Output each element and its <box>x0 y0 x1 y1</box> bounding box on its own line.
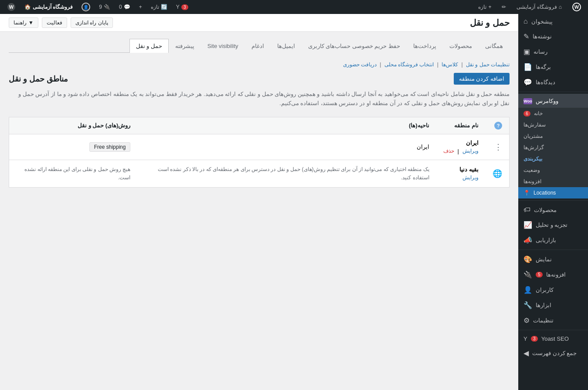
shipping-method-badge: Free shipping <box>89 142 131 152</box>
help-icon[interactable]: ? <box>494 122 502 130</box>
sidebar-label-woo-home: خانه <box>534 110 543 116</box>
remaining-zone-edit-link[interactable]: ویرایش <box>462 174 479 181</box>
table-body: ⋮ ایران ویرایش | حذف ایران <box>9 134 510 187</box>
zone-delete-link[interactable]: حذف <box>443 148 454 154</box>
guide-button[interactable]: ▼ راهنما <box>9 17 38 28</box>
settings-icon: ⚙ <box>523 316 530 325</box>
products-icon: 🏷 <box>523 206 530 214</box>
sidebar-subitem-reports[interactable]: گزارش‌ها <box>518 142 588 153</box>
tab-general[interactable]: همگانی <box>479 39 510 53</box>
customize-icon: ✏ <box>502 4 506 10</box>
sidebar-label-tools: ابزارها <box>536 302 551 308</box>
avatar-circle: 👤 <box>82 3 90 11</box>
th-methods: روش(های) حمل و نقل <box>9 117 138 134</box>
adminbar-updates[interactable]: 🔄 تازه <box>147 0 171 14</box>
sidebar-label-posts: نوشته‌ها <box>533 33 552 40</box>
sidebar-label-settings: بیکربندی <box>523 156 542 162</box>
sidebar-item-dashboard[interactable]: پیشخوان ⌂ <box>518 14 588 29</box>
sidebar-item-comments[interactable]: دیدگاه‌ها 💬 <box>518 75 588 90</box>
adminbar-add[interactable]: + <box>136 0 146 14</box>
svg-text:W: W <box>574 4 579 10</box>
breadcrumb-classes[interactable]: کلاس‌ها <box>442 62 458 68</box>
sidebar-subitem-home[interactable]: خانه 6 <box>518 108 588 119</box>
tab-emails[interactable]: ایمیل‌ها <box>271 39 302 53</box>
sidebar-subitem-extensions[interactable]: افزونه‌ها <box>518 176 588 187</box>
breadcrumb-local-store[interactable]: انتخاب فروشگاه محلی <box>384 62 434 68</box>
tab-advanced[interactable]: پیشرفته <box>169 39 201 53</box>
tab-payments[interactable]: پرداخت‌ها <box>407 39 443 53</box>
menu-separator-4 <box>518 330 588 330</box>
activity-button[interactable]: فعالیت <box>42 17 67 28</box>
remaining-zone-name: بقیه دنیا <box>459 166 479 173</box>
admin-sidebar: پیشخوان ⌂ نوشته‌ها ✎ رسانه ▣ برگه‌ها 📄 د… <box>518 14 588 390</box>
row-icon-cell: ⋮ <box>486 134 510 160</box>
plugin-icon: 🔌 <box>104 4 110 10</box>
zone-edit-link[interactable]: ویرایش <box>462 148 479 154</box>
add-zone-button[interactable]: اضافه کردن منطقه <box>454 73 510 85</box>
sidebar-item-appearance[interactable]: نمایش 🎨 <box>518 252 588 267</box>
tab-site-visibility[interactable]: Site visibility <box>201 39 245 53</box>
sidebar-label-pages: برگه‌ها <box>536 64 551 70</box>
sidebar-item-users[interactable]: کاربران 👤 <box>518 282 588 298</box>
sidebar-subitem-customers[interactable]: مشتریان <box>518 130 588 142</box>
adminbar-new[interactable]: + تازه <box>475 0 495 14</box>
no-shipping-text: هیچ روش حمل و نقلی برای این منطقه ارائه … <box>16 165 130 182</box>
tab-shipping[interactable]: حمل و نقل <box>129 39 169 53</box>
globe-icon: 🌐 <box>493 169 502 178</box>
main-content-area: حمل و نقل پایان راه اندازی فعالیت ▼ راهن… <box>0 14 518 390</box>
sidebar-item-tools[interactable]: ابزارها 🔧 <box>518 298 588 313</box>
action-separator: | <box>458 148 459 154</box>
plugin-count: 9 <box>99 4 102 10</box>
adminbar-plugin-updates[interactable]: 🔌 9 <box>95 0 114 14</box>
sidebar-item-woocommerce[interactable]: ووکامرس Woo <box>518 94 588 108</box>
adminbar-wp-icon[interactable]: W <box>569 0 585 14</box>
adminbar-wp-logo[interactable]: W <box>3 0 19 14</box>
table-row-remaining: 🌐 بقیه دنیا ویرایش یک منطقه اختیاری که م… <box>9 160 510 187</box>
th-regions: ناحیه(ها) <box>137 117 436 134</box>
adminbar-comments[interactable]: 💬 0 <box>116 0 134 14</box>
setup-wizard-button[interactable]: پایان راه اندازی <box>71 17 113 28</box>
table-header: ? نام منطقه ناحیه(ها) روش(های) حمل و نقل <box>9 117 510 134</box>
sidebar-item-plugins[interactable]: افزونه‌ها 5 🔌 <box>518 267 588 282</box>
sidebar-item-media[interactable]: رسانه ▣ <box>518 44 588 59</box>
adminbar-site-name[interactable]: ⌂ فروشگاه آزمایشی <box>513 0 565 14</box>
sidebar-label-products: محصولات <box>534 207 557 213</box>
sidebar-item-settings[interactable]: تنظیمات ⚙ <box>518 313 588 328</box>
tab-integration[interactable]: ادغام <box>245 39 271 53</box>
sidebar-subitem-status[interactable]: وضعیت <box>518 164 588 176</box>
sidebar-item-posts[interactable]: نوشته‌ها ✎ <box>518 29 588 44</box>
sidebar-item-marketing[interactable]: بازاریابی 📣 <box>518 233 588 248</box>
plugins-badge: 5 <box>536 272 543 277</box>
sidebar-label-users: کاربران <box>536 287 554 293</box>
main-content: همگانی محصولات پرداخت‌ها حفظ حریم خصوصی … <box>0 32 518 195</box>
zone-actions: ویرایش | حذف <box>443 148 479 154</box>
adminbar-user-avatar[interactable]: 👤 <box>78 0 94 14</box>
breadcrumb-shipping-settings[interactable]: تنظیمات حمل و نقل <box>466 62 510 68</box>
plugins-icon: 🔌 <box>523 270 532 279</box>
sidebar-item-analytics[interactable]: تجزیه و تحلیل 📈 <box>518 217 588 233</box>
sidebar-subitem-settings[interactable]: بیکربندی <box>518 153 588 164</box>
yoast-menu-icon: Y <box>523 335 527 342</box>
sidebar-subitem-locations[interactable]: Locations 📍 <box>518 187 588 198</box>
row-drag-handle-icon[interactable]: ⋮ <box>494 143 502 151</box>
tab-accounts[interactable]: حفظ حریم خصوصی حساب‌های کاربری <box>302 39 407 53</box>
sidebar-item-collapse[interactable]: جمع کردن فهرست ◀ <box>518 346 588 361</box>
sidebar-subitem-orders[interactable]: سفارش‌ها <box>518 119 588 130</box>
sidebar-item-yoast[interactable]: Yoast SEO 3 Y <box>518 332 588 346</box>
adminbar-site-link[interactable]: فروشگاه آزمایشی 🏠 <box>21 0 76 14</box>
comments-icon: 💬 <box>124 4 130 10</box>
sidebar-item-pages[interactable]: برگه‌ها 📄 <box>518 59 588 75</box>
th-help: ? <box>486 117 510 134</box>
sidebar-item-products[interactable]: محصولات 🏷 <box>518 202 588 217</box>
sidebar-label-plugins: افزونه‌ها <box>546 271 566 278</box>
admin-bar: W ⌂ فروشگاه آزمایشی ✏ + تازه 3 Y 🔄 تازه … <box>0 0 588 14</box>
breadcrumb-sep-3: | <box>378 62 381 68</box>
adminbar-yoast[interactable]: 3 Y <box>173 0 192 14</box>
remaining-zone-info: یک منطقه اختیاری که می‌توانید از آن برای… <box>144 165 429 182</box>
guide-arrow-icon: ▼ <box>28 20 34 26</box>
tab-products[interactable]: محصولات <box>443 39 479 53</box>
adminbar-customize[interactable]: ✏ <box>498 0 510 14</box>
breadcrumb-pickup[interactable]: دریافت حضوری <box>343 62 377 68</box>
comments-count: 0 <box>119 4 122 10</box>
yoast-menu-badge: 3 <box>531 336 538 342</box>
